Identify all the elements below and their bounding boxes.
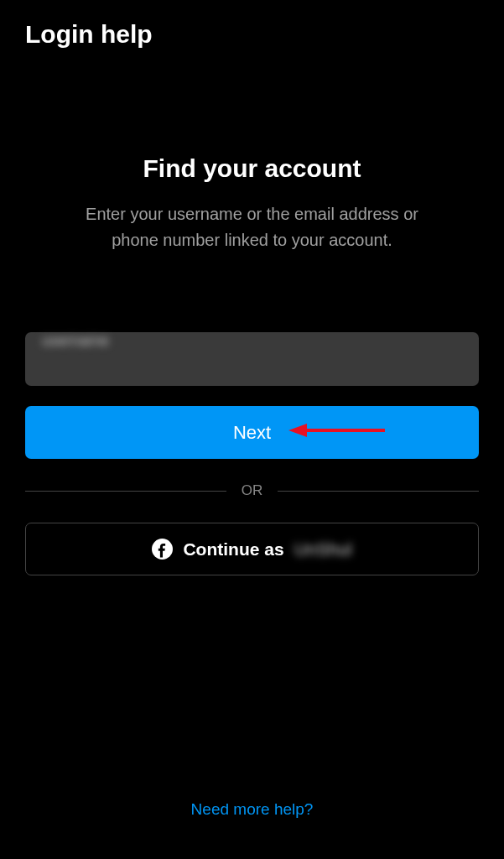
next-button-label: Next	[233, 422, 271, 443]
divider-line-left	[25, 491, 226, 492]
divider-line-right	[278, 491, 479, 492]
next-button[interactable]: Next	[25, 406, 479, 459]
divider-label: OR	[242, 482, 263, 499]
facebook-continue-button[interactable]: Continue as UnShul	[25, 523, 479, 575]
divider: OR	[25, 482, 479, 499]
facebook-name-redacted: UnShul	[294, 539, 352, 560]
annotation-arrow-icon	[288, 418, 389, 448]
page-title: Login help	[25, 20, 479, 49]
facebook-icon	[152, 539, 173, 560]
facebook-continue-prefix: Continue as	[183, 539, 283, 560]
header: Login help	[0, 0, 504, 69]
account-input[interactable]: username	[25, 332, 479, 386]
need-more-help-link[interactable]: Need more help?	[191, 800, 314, 819]
main-heading: Find your account	[143, 154, 361, 183]
svg-marker-1	[288, 424, 307, 437]
subheading-text: Enter your username or the email address…	[76, 201, 429, 253]
content-area: Find your account Enter your username or…	[0, 69, 504, 575]
input-value-redacted: username	[42, 332, 109, 349]
